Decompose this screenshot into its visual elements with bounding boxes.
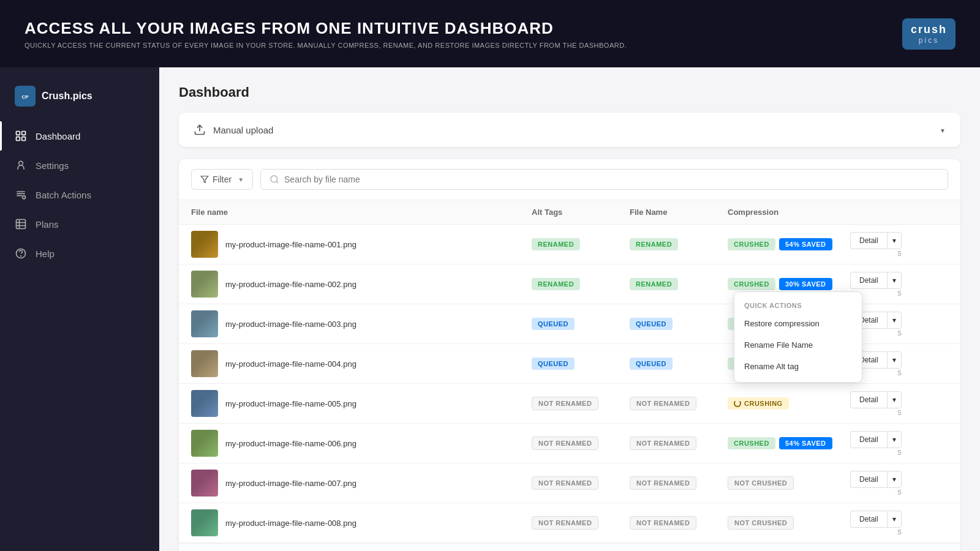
detail-btn-group: Detail ▾ xyxy=(850,272,902,289)
qa-rename-alt[interactable]: Rename Alt tag xyxy=(734,356,862,377)
sidebar-item-plans[interactable]: Plans xyxy=(0,209,159,239)
compression-badge: NOT CRUSHED xyxy=(728,476,794,490)
detail-arrow-button[interactable]: ▾ xyxy=(887,471,902,488)
action-col: Detail ▾ S xyxy=(850,471,948,496)
file-name-cell: QUEUED xyxy=(630,318,728,330)
detail-arrow-button[interactable]: ▾ xyxy=(887,232,902,249)
quick-actions-dropdown: QUICK ACTIONS Restore compression Rename… xyxy=(734,291,862,383)
sidebar: CP Crush.pics Dashboard Settings xyxy=(0,67,159,551)
file-cell: my-product-image-file-name-002.png xyxy=(191,271,532,298)
detail-btn-group: Detail ▾ xyxy=(850,511,902,528)
compression-cell: NOT CRUSHED xyxy=(728,516,850,530)
search-icon xyxy=(270,174,279,184)
detail-arrow-button[interactable]: ▾ xyxy=(887,431,902,448)
sidebar-item-settings[interactable]: Settings xyxy=(0,151,159,180)
sidebar-item-batch-actions[interactable]: Batch Actions xyxy=(0,180,159,209)
compression-cell: CRUSHED 30% SAVED xyxy=(728,278,850,290)
sidebar-item-dashboard[interactable]: Dashboard xyxy=(0,121,159,151)
compression-cell: NOT CRUSHED xyxy=(728,476,850,490)
action-col: Detail ▾ S xyxy=(850,511,948,536)
alt-tags-cell: NOT RENAMED xyxy=(532,516,630,530)
compression-badge: CRUSHING xyxy=(728,397,789,410)
alt-tags-badge: QUEUED xyxy=(532,358,575,370)
quick-actions-title: QUICK ACTIONS xyxy=(734,297,862,313)
svg-rect-4 xyxy=(17,137,20,141)
file-name-badge: QUEUED xyxy=(630,318,673,330)
alt-tags-badge: RENAMED xyxy=(532,278,580,290)
filename: my-product-image-file-name-005.png xyxy=(225,399,356,408)
qa-rename-file[interactable]: Rename File Name xyxy=(734,334,862,356)
file-name-badge: NOT RENAMED xyxy=(630,397,696,410)
svg-rect-2 xyxy=(17,132,20,135)
thumbnail xyxy=(191,350,218,377)
detail-stack: Detail ▾ S xyxy=(850,511,902,536)
table-row: my-product-image-file-name-001.png RENAM… xyxy=(179,225,960,264)
svg-rect-3 xyxy=(22,132,26,135)
help-icon xyxy=(15,247,27,260)
filter-label: Filter xyxy=(213,174,232,184)
filter-icon xyxy=(200,175,209,184)
detail-sub: S xyxy=(897,529,902,536)
filter-button[interactable]: Filter ▼ xyxy=(191,169,253,190)
upload-label: Manual upload xyxy=(213,125,273,135)
alt-tags-cell: NOT RENAMED xyxy=(532,437,630,450)
file-cell: my-product-image-file-name-008.png xyxy=(191,509,532,536)
alt-tags-badge: NOT RENAMED xyxy=(532,437,598,450)
filename: my-product-image-file-name-002.png xyxy=(225,280,356,289)
compression-badge: CRUSHED xyxy=(728,238,775,250)
detail-arrow-button[interactable]: ▾ xyxy=(887,511,902,528)
action-col: Detail ▾ S xyxy=(850,232,948,257)
table-row: my-product-image-file-name-006.png NOT R… xyxy=(179,424,960,463)
table-panel: Filter ▼ File name Alt Tags xyxy=(179,159,960,551)
detail-button[interactable]: Detail xyxy=(850,511,887,528)
alt-tags-cell: RENAMED xyxy=(532,238,630,250)
thumbnail xyxy=(191,231,218,258)
action-col: Detail ▾ S xyxy=(850,351,948,377)
compression-cell: CRUSHED 54% SAVED xyxy=(728,238,850,250)
crushing-spinner xyxy=(734,400,741,407)
detail-button[interactable]: Detail xyxy=(850,272,887,289)
detail-sub: S xyxy=(897,370,902,377)
data-table: my-product-image-file-name-001.png RENAM… xyxy=(179,225,960,543)
sidebar-label-batch-actions: Batch Actions xyxy=(36,190,91,200)
file-cell: my-product-image-file-name-001.png xyxy=(191,231,532,258)
file-name-cell: NOT RENAMED xyxy=(630,437,728,450)
col-filename: File name xyxy=(191,208,532,217)
batch-icon xyxy=(15,189,27,201)
alt-tags-badge: NOT RENAMED xyxy=(532,397,598,410)
detail-button[interactable]: Detail xyxy=(850,232,887,249)
detail-arrow-button[interactable]: ▾ xyxy=(887,272,902,289)
compression-cell: CRUSHING xyxy=(728,397,850,410)
filename: my-product-image-file-name-003.png xyxy=(225,320,356,329)
svg-marker-15 xyxy=(201,176,208,183)
detail-arrow-button[interactable]: ▾ xyxy=(887,391,902,408)
detail-button[interactable]: Detail xyxy=(850,471,887,488)
action-col: Detail ▾ S xyxy=(850,431,948,456)
sidebar-brand: CP Crush.pics xyxy=(0,80,159,121)
search-input[interactable] xyxy=(284,174,939,184)
sidebar-item-help[interactable]: Help xyxy=(0,239,159,268)
file-name-badge: QUEUED xyxy=(630,358,673,370)
action-col: Detail ▾ S xyxy=(850,312,948,337)
filename: my-product-image-file-name-004.png xyxy=(225,359,356,369)
detail-arrow-button[interactable]: ▾ xyxy=(887,312,902,329)
filename: my-product-image-file-name-006.png xyxy=(225,439,356,448)
upload-icon xyxy=(194,124,206,136)
svg-rect-5 xyxy=(22,137,26,141)
logo-top: crush xyxy=(911,23,947,36)
filename: my-product-image-file-name-007.png xyxy=(225,479,356,488)
alt-tags-badge: QUEUED xyxy=(532,318,575,330)
qa-restore[interactable]: Restore compression xyxy=(734,313,862,334)
alt-tags-badge: NOT RENAMED xyxy=(532,476,598,490)
file-name-badge: NOT RENAMED xyxy=(630,437,696,450)
detail-btn-group: Detail ▾ xyxy=(850,431,902,448)
file-name-cell: NOT RENAMED xyxy=(630,397,728,410)
col-actions xyxy=(850,208,948,217)
detail-button[interactable]: Detail xyxy=(850,431,887,448)
table-row: my-product-image-file-name-008.png NOT R… xyxy=(179,503,960,543)
detail-sub: S xyxy=(897,290,902,297)
upload-chevron[interactable] xyxy=(940,124,946,135)
detail-button[interactable]: Detail xyxy=(850,391,887,408)
settings-icon xyxy=(15,159,27,171)
detail-arrow-button[interactable]: ▾ xyxy=(887,351,902,369)
